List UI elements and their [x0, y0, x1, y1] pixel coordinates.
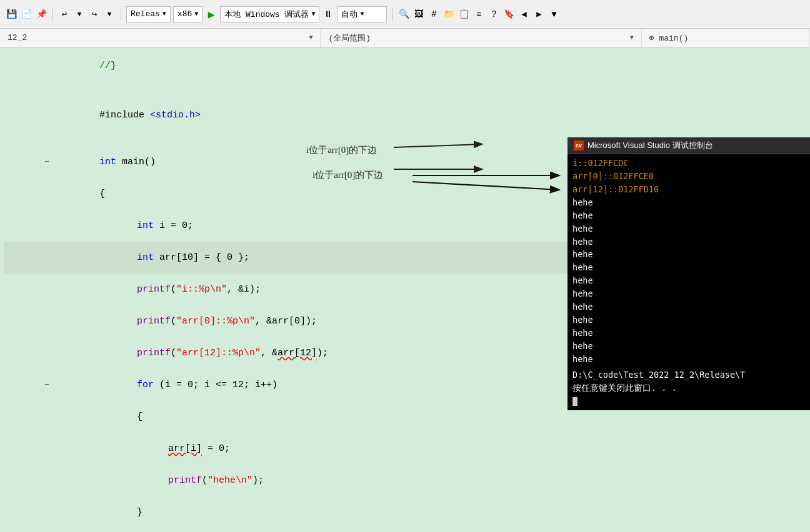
console-line: i::012FFCDC — [572, 157, 805, 170]
code-line-close-for: } — [4, 496, 810, 528]
code-line-empty1 — [4, 82, 810, 97]
function-text: ⊕ main() — [649, 33, 688, 43]
config-label: Releas — [131, 9, 160, 19]
auto-label: 自动 — [341, 9, 358, 20]
scope-item[interactable]: (全局范围) ▼ — [321, 29, 641, 47]
console-line: hehe — [572, 209, 805, 222]
undo-icon[interactable]: ↩ — [58, 8, 71, 21]
redo-arrow[interactable]: ▼ — [103, 8, 116, 21]
file-path-item[interactable]: 12_2 ▼ — [0, 29, 321, 47]
console-title-text: Microsoft Visual Studio 调试控制台 — [588, 140, 713, 151]
include-content: #include <stdio.h> — [52, 99, 810, 131]
debug-label: 本地 Windows 调试器 — [224, 9, 309, 20]
console-line: hehe — [572, 235, 805, 249]
run-icon[interactable]: ▶ — [205, 8, 218, 21]
code-line-arr-assign: arr[i] = 0; — [4, 433, 810, 465]
config-arrow: ▼ — [162, 11, 166, 17]
file-path-text: 12_2 — [8, 33, 305, 42]
code-line-include: #include <stdio.h> — [4, 99, 810, 131]
code-line-comment: //} — [4, 50, 810, 82]
ref-icon[interactable]: ? — [488, 8, 500, 21]
new-file-icon[interactable]: 📄 — [20, 8, 32, 21]
nav1-icon[interactable]: ◀ — [518, 8, 530, 21]
console-icon: cv — [574, 140, 584, 150]
pause-icon[interactable]: ⏸ — [322, 8, 334, 21]
console-line: hehe — [572, 313, 805, 327]
platform-arrow: ▼ — [194, 11, 198, 17]
console-line: hehe — [572, 261, 805, 274]
printf4-content: printf("hehe\n"); — [52, 465, 810, 496]
undo-arrow[interactable]: ▼ — [73, 8, 86, 21]
pin-icon[interactable]: 📌 — [35, 8, 48, 21]
debug-dropdown[interactable]: 本地 Windows 调试器 ▼ — [220, 6, 319, 22]
grid-icon[interactable]: # — [428, 8, 440, 21]
debug-arrow: ▼ — [311, 11, 315, 17]
console-line: arr[12]::012FFD10 — [572, 183, 805, 196]
sep2 — [121, 8, 121, 21]
function-item[interactable]: ⊕ main() — [642, 29, 810, 47]
scope-text: (全局范围) — [328, 32, 626, 44]
console-line: hehe — [572, 340, 805, 353]
line-content-1: //} — [52, 50, 810, 82]
nav-bar: 12_2 ▼ (全局范围) ▼ ⊕ main() — [0, 29, 810, 47]
platform-dropdown[interactable]: x86 ▼ — [173, 6, 202, 22]
main-collapse[interactable]: − — [42, 157, 52, 167]
console-line: hehe — [572, 222, 805, 235]
nav3-icon[interactable]: ▼ — [548, 8, 560, 21]
console-line: hehe — [572, 274, 805, 287]
code-line-empty3 — [4, 528, 810, 532]
console-line: hehe — [572, 300, 805, 313]
console-cursor — [572, 397, 578, 406]
redo-icon[interactable]: ↪ — [88, 8, 101, 21]
platform-label: x86 — [178, 9, 192, 19]
toolbar: 💾 📄 📌 ↩ ▼ ↪ ▼ Releas ▼ x86 ▼ ▶ 本地 Window… — [0, 0, 810, 29]
debug-console: cv Microsoft Visual Studio 调试控制台 i::012F… — [568, 137, 810, 410]
bookmark-icon[interactable]: 🔖 — [502, 8, 515, 21]
console-line: hehe — [572, 353, 805, 366]
photo-icon[interactable]: 🖼 — [412, 8, 425, 21]
code-line-printf4: printf("hehe\n"); — [4, 465, 810, 496]
auto-arrow: ▼ — [360, 11, 364, 17]
nav2-icon[interactable]: ▶ — [532, 8, 545, 21]
console-line: arr[0]::012FFCE0 — [572, 170, 805, 183]
search-icon[interactable]: 🔍 — [398, 8, 410, 21]
config-dropdown[interactable]: Releas ▼ — [126, 6, 171, 22]
sep1 — [52, 8, 53, 21]
console-path-line: D:\C_code\Test_2022_12_2\Release\T — [572, 368, 805, 382]
console-close-prompt: 按任意键关闭此窗口. . . — [572, 382, 805, 395]
auto-dropdown[interactable]: 自动 ▼ — [337, 6, 387, 22]
comment-text: //} — [99, 61, 116, 71]
for-collapse[interactable]: − — [42, 380, 52, 390]
console-body: i::012FFCDCarr[0]::012FFCE0arr[12]::012F… — [568, 154, 810, 410]
save-icon[interactable]: 💾 — [5, 8, 18, 21]
console-line: hehe — [572, 327, 805, 340]
indent-icon[interactable]: ≡ — [472, 8, 485, 21]
copy-icon[interactable]: 📋 — [458, 8, 470, 21]
console-line: hehe — [572, 248, 805, 261]
file-path-arrow: ▼ — [309, 34, 312, 41]
folder-icon[interactable]: 📁 — [442, 8, 455, 21]
scope-arrow: ▼ — [630, 34, 634, 41]
sep3 — [392, 8, 392, 21]
main-content: //} #include <stdio.h> — [0, 47, 810, 532]
arr-assign-content: arr[i] = 0; — [52, 433, 810, 465]
console-line: hehe — [572, 196, 805, 209]
console-line: hehe — [572, 287, 805, 300]
console-title-bar: cv Microsoft Visual Studio 调试控制台 — [568, 137, 810, 154]
